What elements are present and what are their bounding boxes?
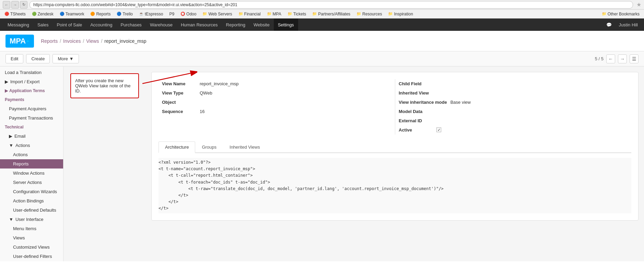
nav-point-of-sale[interactable]: Point of Sale [52, 18, 86, 31]
sidebar-item-window-actions[interactable]: Window Actions [0, 169, 63, 178]
tab-inherited-views[interactable]: Inherited Views [223, 141, 267, 153]
breadcrumb-current: report_invoice_msp [104, 38, 146, 44]
section-label: Payments [5, 97, 24, 102]
form-card: View Name report_invoice_msp View Type Q… [151, 72, 639, 221]
nav-purchases[interactable]: Purchases [116, 18, 145, 31]
sidebar-item-user-defined-filters[interactable]: User-defined Filters [0, 252, 63, 261]
bookmark-star[interactable]: ★ [636, 1, 641, 8]
bookmark-teamwork[interactable]: 🔵 Teamwork [58, 11, 86, 17]
user-menu[interactable]: Justin Hill [616, 22, 641, 27]
bookmark-trello[interactable]: 🔵 Trello [115, 11, 134, 17]
bookmark-resources[interactable]: 📁 Resources [355, 11, 384, 17]
bookmark-label: Zendesk [38, 12, 54, 16]
nav-website[interactable]: Website [249, 18, 274, 31]
sidebar-label: Window Actions [13, 171, 45, 176]
prev-page-button[interactable]: ← [606, 54, 615, 63]
sidebar-item-server-actions[interactable]: Server Actions [0, 178, 63, 187]
next-page-button[interactable]: → [618, 54, 627, 63]
sidebar-item-views[interactable]: Views [0, 233, 63, 242]
more-dropdown[interactable]: More ▼ [52, 54, 79, 63]
sidebar-item-load-translation[interactable]: Load a Translation [0, 68, 63, 77]
tab-groups[interactable]: Groups [195, 141, 223, 153]
active-checkbox[interactable]: ✓ [436, 127, 441, 132]
sequence-value: 16 [200, 109, 204, 114]
bookmark-webservers[interactable]: 📁 Web Servers [201, 11, 234, 17]
edit-button[interactable]: Edit [5, 54, 23, 63]
create-button[interactable]: Create [26, 54, 50, 63]
sidebar-item-import-export[interactable]: ▶ Import / Export [0, 77, 63, 86]
nav-sales[interactable]: Sales [33, 18, 53, 31]
breadcrumb-invoices[interactable]: Invoices [63, 38, 81, 44]
sidebar-item-payment-transactions[interactable]: Payment Transactions [0, 113, 63, 123]
nav-warehouse[interactable]: Warehouse [146, 18, 177, 31]
bookmark-label: Trello [122, 12, 133, 16]
forward-button[interactable]: → [11, 1, 19, 9]
more-button[interactable]: More ▼ [52, 54, 79, 63]
reload-button[interactable]: ↻ [20, 1, 27, 9]
sidebar-item-menu-items[interactable]: Menu Items [0, 224, 63, 233]
breadcrumb-views[interactable]: Views [86, 38, 99, 44]
browser-nav-buttons[interactable]: ← → ↻ [3, 1, 27, 9]
bookmark-tickets[interactable]: 📁 Tickets [286, 11, 308, 17]
nav-accounting[interactable]: Accounting [86, 18, 116, 31]
bookmark-odoo[interactable]: ⭕ Odoo [179, 11, 198, 17]
url-bar[interactable] [30, 1, 633, 9]
odoo-icon: ⭕ [180, 12, 185, 16]
sidebar-section-application-terms[interactable]: ▶ Application Terms [0, 86, 63, 95]
sidebar-item-actions[interactable]: Actions [0, 150, 63, 159]
list-view-button[interactable]: ☰ [630, 54, 639, 63]
bookmark-label: Inspiration [394, 12, 413, 16]
annotation-box: After you create the new QWeb View take … [70, 73, 139, 98]
sidebar-label: User-defined Defaults [13, 208, 56, 213]
sidebar-section-actions-header[interactable]: ▼ Actions [0, 141, 63, 150]
bookmark-p9[interactable]: P9 [167, 11, 176, 17]
bookmark-zendesk[interactable]: 🟢 Zendesk [30, 11, 55, 17]
expand-arrow-icon: ▶ [5, 79, 8, 84]
sidebar-item-reports[interactable]: Reports [0, 159, 63, 169]
nav-reporting[interactable]: Reporting [222, 18, 249, 31]
sidebar-section-payments[interactable]: Payments [0, 95, 63, 104]
nav-messaging[interactable]: Messaging [3, 18, 33, 31]
bookmark-espresso[interactable]: ☕ tEspresso [137, 11, 165, 17]
sidebar-item-email[interactable]: ▶ Email [0, 132, 63, 141]
sidebar-item-user-defined-defaults[interactable]: User-defined Defaults [0, 205, 63, 215]
sidebar-item-payment-acquirers[interactable]: Payment Acquirers [0, 104, 63, 113]
collapse-arrow-icon: ▼ [9, 217, 13, 222]
view-type-value: QWeb [200, 90, 212, 96]
bookmark-reports[interactable]: 🟠 Reports [89, 11, 112, 17]
view-inheritance-mode-value: Base view [450, 100, 471, 105]
sidebar-label: Import / Export [10, 79, 39, 84]
sidebar-label: User-defined Filters [13, 254, 52, 259]
breadcrumb: Reports / Invoices / Views / report_invo… [41, 38, 146, 44]
folder-icon: 📁 [312, 12, 317, 16]
view-type-label: View Type [162, 90, 196, 96]
logo-arrow: ► [26, 39, 30, 43]
field-external-id: External ID [399, 116, 628, 125]
sidebar-section-user-interface-header[interactable]: ▼ User Interface [0, 215, 63, 224]
back-button[interactable]: ← [3, 1, 10, 9]
bookmark-financial[interactable]: 📁 Financial [237, 11, 262, 17]
field-active: Active ✓ [399, 125, 628, 135]
field-view-inheritance-mode: View inheritance mode Base view [399, 98, 628, 107]
sidebar-label: Action Bindings [13, 198, 44, 203]
chat-icon[interactable]: 💬 [604, 22, 614, 27]
breadcrumb-reports[interactable]: Reports [41, 38, 58, 44]
bookmark-inspiration[interactable]: 📁 Inspiration [386, 11, 414, 17]
form-fields: View Name report_invoice_msp View Type Q… [159, 79, 631, 135]
annotation-text: After you create the new QWeb View take … [75, 78, 130, 93]
bookmark-other[interactable]: 📁 Other Bookmarks [600, 11, 641, 17]
nav-human-resources[interactable]: Human Resources [177, 18, 222, 31]
sidebar-label: Views [13, 235, 25, 240]
tab-architecture[interactable]: Architecture [159, 141, 195, 153]
sidebar-section-technical[interactable]: Technical [0, 123, 63, 132]
sidebar-item-action-bindings[interactable]: Action Bindings [0, 196, 63, 205]
bookmark-mpa[interactable]: 📁 MPA [265, 11, 283, 17]
bookmark-tsheets[interactable]: 🔴 TSheets [3, 11, 27, 17]
sidebar-label: Load a Translation [5, 70, 42, 75]
content-toolbar: Edit Create More ▼ 5 / 5 ← → ☰ [0, 51, 644, 66]
sidebar-item-config-wizards[interactable]: Configuration Wizards [0, 187, 63, 196]
folder-icon: 📁 [288, 12, 292, 16]
nav-settings[interactable]: Settings [274, 18, 298, 31]
bookmark-partners[interactable]: 📁 Partners/Affiliates [311, 11, 352, 17]
sidebar-item-customized-views[interactable]: Customized Views [0, 242, 63, 252]
